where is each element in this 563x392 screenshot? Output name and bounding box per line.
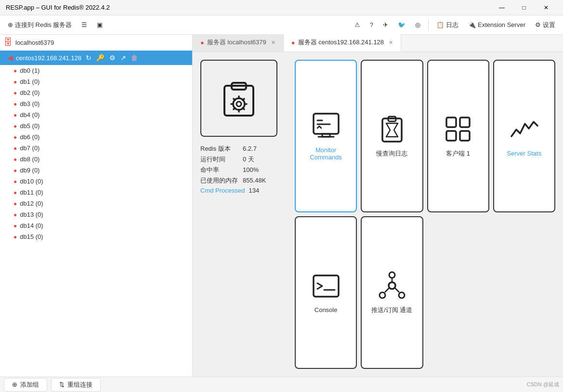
slow-log-label: 慢查询日志 xyxy=(376,149,407,158)
close-button[interactable]: ✕ xyxy=(535,0,557,15)
sidebar-db-db9[interactable]: ● db9 (0) xyxy=(0,165,192,176)
redis-version-label: Redis 版本 xyxy=(200,144,239,153)
db-dot: ● xyxy=(13,167,17,174)
memory-value: 855.48K xyxy=(243,177,266,184)
disconnect-button[interactable]: ↗ xyxy=(119,53,128,63)
console-icon xyxy=(312,272,340,301)
db-dot: ● xyxy=(13,90,17,96)
extension-server-icon: 🔌 xyxy=(468,21,476,28)
svg-point-3 xyxy=(236,102,241,106)
tab-label-localhost: 服务器 localhost6379 xyxy=(207,38,266,47)
uptime-row: 运行时间 0 天 xyxy=(200,155,287,164)
connection-settings-button[interactable]: ⚙ xyxy=(108,53,117,63)
hit-rate-label: 命中率 xyxy=(200,166,239,174)
edit-key-button[interactable]: 🔑 xyxy=(95,53,106,63)
sidebar-server-localhost[interactable]: 🗄 localhost6379 xyxy=(0,35,192,51)
svg-rect-22 xyxy=(446,131,456,141)
hit-rate-value: 100% xyxy=(243,166,259,173)
add-group-button[interactable]: ⊕ 添加组 xyxy=(4,378,47,392)
db-dot: ● xyxy=(13,200,17,207)
window-controls: — □ ✕ xyxy=(491,0,557,15)
svg-rect-20 xyxy=(446,118,456,127)
svg-point-29 xyxy=(399,292,405,298)
tab-centos[interactable]: ● 服务器 centos192.168.241.128 ✕ xyxy=(284,34,401,52)
layout-icon: ▣ xyxy=(97,21,103,28)
sidebar-db-db2[interactable]: ● db2 (0) xyxy=(0,87,192,98)
reconnect-label: 重组连接 xyxy=(67,380,92,389)
sidebar-db-db8[interactable]: ● db8 (0) xyxy=(0,154,192,165)
server-main-icon xyxy=(220,79,258,118)
db-dot: ● xyxy=(13,78,17,85)
sidebar-connection[interactable]: ◀ centos192.168.241.128 ↻ 🔑 ⚙ ↗ 🗑 xyxy=(0,51,192,65)
layout-button[interactable]: ▣ xyxy=(93,19,106,30)
db-dot: ● xyxy=(13,222,17,229)
tab-bar: ● 服务器 localhost6379 ✕ ● 服务器 centos192.16… xyxy=(193,35,563,52)
tab-localhost[interactable]: ● 服务器 localhost6379 ✕ xyxy=(193,34,284,52)
sidebar-db-db6[interactable]: ● db6 (0) xyxy=(0,131,192,143)
tab-close-localhost[interactable]: ✕ xyxy=(271,39,275,46)
sidebar-db-db3[interactable]: ● db3 (0) xyxy=(0,98,192,109)
pubsub-label: 推送/订阅 通道 xyxy=(371,306,412,314)
help-button[interactable]: ? xyxy=(366,19,377,30)
list-view-button[interactable]: ☰ xyxy=(78,19,91,30)
refresh-connection-button[interactable]: ↻ xyxy=(84,53,93,63)
twitter-button[interactable]: 🐦 xyxy=(394,19,409,30)
uptime-value: 0 天 xyxy=(243,155,254,164)
db-dot: ● xyxy=(13,123,17,130)
warning-button[interactable]: ⚠ xyxy=(351,19,364,30)
toolbar-left: ⊕ 连接到 Redis 服务器 ☰ ▣ xyxy=(4,19,106,31)
feature-monitor-commands[interactable]: Monitor Commands xyxy=(295,60,357,212)
server-stats-label: Server Stats xyxy=(507,150,542,157)
connect-button[interactable]: ⊕ 连接到 Redis 服务器 xyxy=(4,19,76,31)
svg-point-27 xyxy=(389,272,395,278)
feature-server-stats[interactable]: Server Stats xyxy=(493,60,555,212)
reconnect-button[interactable]: ⇅ 重组连接 xyxy=(51,378,101,392)
sidebar-db-db10[interactable]: ● db10 (0) xyxy=(0,176,192,187)
server-stats-icon xyxy=(510,115,538,144)
memory-row: 已使用的内存 855.48K xyxy=(200,176,287,185)
log-label: 日志 xyxy=(446,21,458,29)
sidebar-db-db5[interactable]: ● db5 (0) xyxy=(0,120,192,131)
sidebar-db-db13[interactable]: ● db13 (0) xyxy=(0,209,192,220)
sidebar-db-db4[interactable]: ● db4 (0) xyxy=(0,109,192,120)
toolbar-center: ⚠ ? ✈ 🐦 ◎ xyxy=(351,19,424,30)
tab-close-centos[interactable]: ✕ xyxy=(389,39,393,46)
db-dot: ● xyxy=(13,101,17,107)
add-group-label: 添加组 xyxy=(20,380,39,389)
feature-pubsub[interactable]: 推送/订阅 通道 xyxy=(361,216,423,369)
pubsub-icon xyxy=(378,271,406,300)
settings-icon: ⚙ xyxy=(535,21,541,28)
toolbar-right: 📋 日志 🔌 Extension Server ⚙ 设置 xyxy=(432,19,559,31)
content-area: ● 服务器 localhost6379 ✕ ● 服务器 centos192.16… xyxy=(193,35,563,377)
feature-slow-log[interactable]: 慢查询日志 xyxy=(361,60,423,212)
slow-log-icon xyxy=(378,115,406,144)
sidebar-db-db15[interactable]: ● db15 (0) xyxy=(0,231,192,242)
feature-console[interactable]: Console xyxy=(295,216,357,369)
extension-server-button[interactable]: 🔌 Extension Server xyxy=(464,19,529,30)
svg-point-26 xyxy=(389,282,395,289)
log-button[interactable]: 📋 日志 xyxy=(432,19,462,31)
reconnect-icon: ⇅ xyxy=(59,381,65,388)
telegram-icon: ✈ xyxy=(383,21,388,28)
db-label: db6 (0) xyxy=(20,133,39,141)
svg-rect-23 xyxy=(460,131,470,141)
github-button[interactable]: ◎ xyxy=(411,19,424,30)
sidebar-db-db14[interactable]: ● db14 (0) xyxy=(0,220,192,231)
db-label: db0 (1) xyxy=(20,67,39,74)
maximize-button[interactable]: □ xyxy=(513,0,535,15)
settings-button[interactable]: ⚙ 设置 xyxy=(531,19,559,31)
minimize-button[interactable]: — xyxy=(491,0,513,15)
add-group-icon: ⊕ xyxy=(12,381,17,388)
telegram-button[interactable]: ✈ xyxy=(379,19,392,30)
clients-icon xyxy=(444,115,472,144)
sidebar-db-db7[interactable]: ● db7 (0) xyxy=(0,143,192,154)
delete-connection-button[interactable]: 🗑 xyxy=(130,53,139,63)
sidebar-db-db1[interactable]: ● db1 (0) xyxy=(0,76,192,87)
sidebar-db-db11[interactable]: ● db11 (0) xyxy=(0,187,192,198)
sidebar-db-db12[interactable]: ● db12 (0) xyxy=(0,198,192,209)
db-label: db9 (0) xyxy=(20,167,39,174)
svg-line-9 xyxy=(243,108,244,109)
sidebar-db-db0[interactable]: ● db0 (1) xyxy=(0,65,192,76)
connection-icon: ◀ xyxy=(8,54,13,62)
feature-clients[interactable]: 客户端 1 xyxy=(427,60,489,212)
